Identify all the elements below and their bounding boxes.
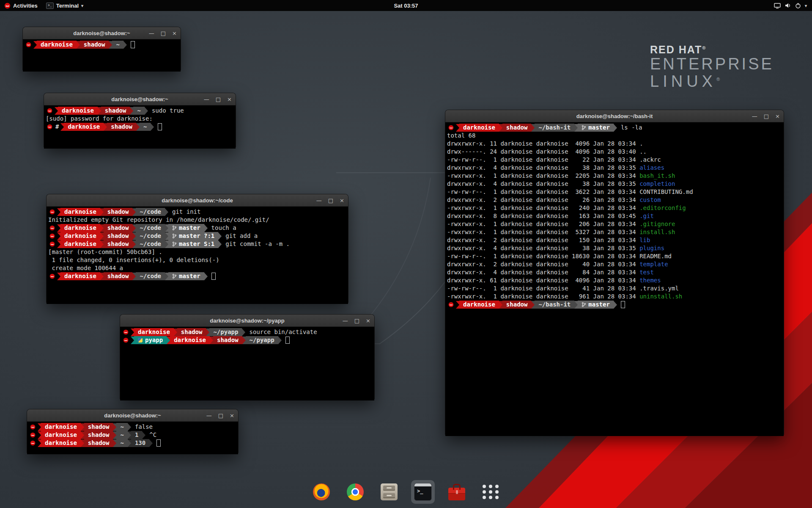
window-close-button[interactable]: ×	[366, 318, 370, 323]
dock-item-firefox[interactable]	[310, 480, 333, 504]
ls-columns: drwxrwxr-x. 8 darknoise darknoise 163 Ja…	[447, 212, 639, 220]
ls-columns: drwxrwxr-x. 4 darknoise darknoise 84 Jan…	[447, 268, 639, 276]
prompt-segment-path: ~/code	[136, 208, 165, 216]
terminal-line: [sudo] password for darknoise:	[46, 115, 236, 123]
clock[interactable]: Sat 03:57	[394, 3, 418, 9]
prompt-segment-path: ~/pyapp	[246, 336, 278, 344]
window-titlebar[interactable]: darknoise@shadow:~—□×	[23, 27, 181, 39]
prompt-segment-git: master S:1	[168, 240, 218, 248]
powerline-separator	[218, 240, 222, 248]
terminal-body[interactable]: darknoiseshadow~/pyappsource bin/activat…	[120, 327, 374, 400]
ls-columns: drwxrwxr-x. 61 darknoise darknoise 4096 …	[447, 276, 639, 284]
dock-item-toolbox[interactable]	[445, 480, 469, 504]
window-titlebar[interactable]: darknoise@shadow:~—□×	[27, 409, 238, 422]
ls-columns: drwxrwxr-x. 2 darknoise darknoise 26 Jan…	[447, 196, 639, 204]
prompt-segment-user: darknoise	[60, 224, 100, 232]
powerline-separator	[614, 301, 617, 309]
powerline-separator	[499, 124, 502, 132]
power-icon	[795, 3, 801, 8]
prompt-segment-path: ~	[116, 431, 127, 439]
terminal-window: darknoise@shadow:~—□×darknoiseshadow~fal…	[27, 409, 238, 453]
dock-item-terminal[interactable]: >_	[411, 480, 435, 504]
redhat-logo-icon	[4, 3, 11, 9]
powerline-separator	[60, 123, 64, 131]
prompt-segment-host: shadow	[84, 431, 113, 439]
powerline-separator	[81, 431, 84, 439]
terminal-app-menu[interactable]: >_ Terminal ▾	[42, 0, 88, 11]
dock-item-chrome[interactable]	[343, 480, 367, 504]
prompt-line: darknoiseshadow~/bash-itmasterls -la	[447, 124, 784, 132]
ls-columns: drwxrwxr-x. 11 darknoise darknoise 4096 …	[447, 140, 639, 148]
branding-line-3: LINUX®	[650, 73, 774, 90]
prompt-segment-host: shadow	[104, 208, 133, 216]
ls-filename: bash_it.sh	[639, 172, 675, 180]
prompt-segment-user: darknoise	[41, 431, 81, 439]
window-close-button[interactable]: ×	[230, 413, 234, 418]
window-close-button[interactable]: ×	[172, 30, 177, 36]
window-maximize-button[interactable]: □	[218, 413, 223, 418]
terminal-line: -rwxrwxr-x. 1 darknoise darknoise 2205 J…	[447, 172, 784, 180]
ls-filename: .ackrc	[639, 156, 661, 164]
window-close-button[interactable]: ×	[340, 198, 344, 203]
prompt-segment-user: darknoise	[60, 232, 100, 240]
window-maximize-button[interactable]: □	[764, 113, 769, 119]
powerline-separator	[130, 107, 133, 115]
powerline-separator	[204, 224, 208, 232]
window-maximize-button[interactable]: □	[328, 198, 333, 203]
window-close-button[interactable]: ×	[775, 113, 780, 119]
window-titlebar[interactable]: darknoise@shadow:~—□×	[44, 93, 236, 105]
powerline-separator	[98, 107, 101, 115]
dock-item-appgrid[interactable]	[479, 480, 502, 504]
window-minimize-button[interactable]: —	[149, 30, 154, 36]
window-titlebar[interactable]: darknoise@shadow:~/code—□×	[47, 194, 348, 207]
clock-area: Sat 03:57	[0, 3, 812, 9]
terminal-body[interactable]: darknoiseshadow~/bash-itmasterls -latota…	[445, 122, 784, 436]
window-minimize-button[interactable]: —	[204, 97, 209, 102]
window-titlebar[interactable]: darknoise@shadow:~/bash-it—□×	[445, 110, 784, 122]
system-tray[interactable]: ▾	[771, 0, 810, 11]
prompt-segment-host: shadow	[213, 336, 242, 344]
terminal-body[interactable]: darknoiseshadow~/codegit initInitialized…	[47, 207, 348, 304]
powerline-separator	[104, 123, 107, 131]
terminal-line: drwxrwxr-x. 2 darknoise darknoise 26 Jan…	[447, 196, 784, 204]
terminal-body[interactable]: darknoiseshadow~falsedarknoiseshadow~1^C…	[27, 422, 238, 454]
powerline-separator	[132, 224, 136, 232]
terminal-cursor	[621, 301, 625, 308]
terminal-line: total 68	[447, 132, 784, 140]
window-minimize-button[interactable]: —	[206, 413, 212, 418]
terminal-text: [master (root-commit) 50bcb63] .	[48, 248, 162, 256]
window-title: darknoise@shadow:~/code	[162, 197, 233, 204]
activities-button[interactable]: Activities	[0, 0, 42, 11]
prompt-segment-user: darknoise	[37, 41, 77, 49]
window-maximize-button[interactable]: □	[354, 318, 359, 323]
redhat-icon	[29, 431, 38, 439]
window-minimize-button[interactable]: —	[343, 318, 348, 323]
powerline-separator	[218, 232, 222, 240]
terminal-body[interactable]: darknoiseshadow~	[23, 39, 181, 72]
powerline-separator	[113, 423, 116, 431]
prompt-segment-user: darknoise	[170, 336, 210, 344]
prompt-segment-host: shadow	[84, 423, 113, 431]
terminal-text: total 68	[447, 132, 475, 140]
powerline-separator	[531, 124, 535, 132]
ls-filename: README.md	[639, 252, 672, 260]
top-bar: Activities >_ Terminal ▾ Sat 03:57 ▾	[0, 0, 812, 11]
prompt-line: darknoiseshadow~/pyappsource bin/activat…	[122, 328, 374, 336]
window-titlebar[interactable]: darknoise@shadow:~/pyapp—□×	[120, 315, 374, 327]
window-close-button[interactable]: ×	[227, 97, 232, 102]
ls-filename: .gitignore	[639, 220, 675, 228]
prompt-segment-path: ~/code	[136, 272, 165, 280]
dock-item-files[interactable]	[377, 480, 401, 504]
window-minimize-button[interactable]: —	[752, 113, 757, 119]
terminal-line: -rw-rw-r--. 1 darknoise darknoise 41 Jan…	[447, 284, 784, 293]
terminal-body[interactable]: darknoiseshadow~sudo true[sudo] password…	[44, 105, 236, 149]
window-maximize-button[interactable]: □	[216, 97, 221, 102]
ls-columns: -rwxrwxr-x. 1 darknoise darknoise 961 Ja…	[447, 293, 639, 301]
ls-columns: -rw-rw-r--. 1 darknoise darknoise 3622 J…	[447, 188, 639, 196]
window-minimize-button[interactable]: —	[316, 198, 322, 203]
prompt-segment-user: darknoise	[60, 208, 100, 216]
window-maximize-button[interactable]: □	[161, 30, 166, 36]
prompt-segment-user: darknoise	[41, 423, 81, 431]
terminal-cursor	[158, 123, 162, 130]
powerline-separator	[113, 431, 116, 439]
